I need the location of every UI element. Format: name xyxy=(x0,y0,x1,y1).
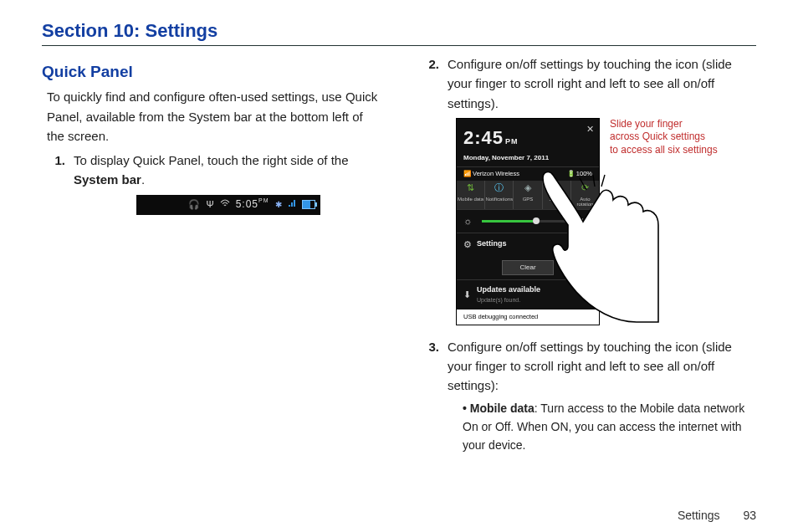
page-footer: Settings 93 xyxy=(678,509,756,522)
usb-row: USB debugging connected xyxy=(457,309,599,325)
figure-annotation: Slide your finger across Quick settings … xyxy=(610,118,718,157)
usb-icon: Ψ xyxy=(206,197,213,212)
step-1-lead: To display Quick Panel, touch the right … xyxy=(74,153,349,167)
step-2-text: Configure on/off settings by touching th… xyxy=(448,57,732,110)
toggle-mobile-data: ⇅Mobile data xyxy=(457,181,485,209)
updates-row: ⬇ Updates availableUpdate(s) found. xyxy=(457,279,599,309)
headphones-icon: 🎧 xyxy=(188,197,200,212)
step-1-text: To display Quick Panel, touch the right … xyxy=(74,151,382,215)
step-1-tail: . xyxy=(141,172,145,187)
brightness-icon: ☼ xyxy=(463,214,477,228)
step-1: 1. To display Quick Panel, touch the rig… xyxy=(42,151,382,215)
left-column: Quick Panel To quickly find and configur… xyxy=(42,54,382,462)
brightness-auto-label: Auto xyxy=(581,217,592,226)
figure-system-bar: 🎧 Ψ 5:05PM ✱ xyxy=(136,195,320,215)
phone-header: ✕ 2:45PM Monday, November 7, 2011 xyxy=(457,119,599,166)
step-1-bold: System bar xyxy=(74,172,141,187)
quick-panel-intro: To quickly find and configure often-used… xyxy=(47,87,382,146)
step-3: 3. Configure on/off settings by touching… xyxy=(416,337,756,455)
page-number: 93 xyxy=(743,509,756,522)
figure-quick-panel: ✕ 2:45PM Monday, November 7, 2011 📶 Veri… xyxy=(456,118,756,325)
footer-section-label: Settings xyxy=(678,509,720,522)
bullet-dot: • xyxy=(463,402,467,415)
section-title: Section 10: Settings xyxy=(42,20,756,46)
step-number: 1. xyxy=(42,151,74,215)
settings-label: Settings xyxy=(477,238,592,250)
updates-label: Updates availableUpdate(s) found. xyxy=(477,284,592,305)
toggle-auto-rotation: ⟳Auto rotation xyxy=(571,181,599,209)
battery-icon xyxy=(302,200,315,209)
toggle-gps: ◈GPS xyxy=(514,181,542,209)
close-icon: ✕ xyxy=(586,122,594,136)
bullet-bold: Mobile data xyxy=(470,402,535,415)
two-column-layout: Quick Panel To quickly find and configur… xyxy=(42,54,756,462)
clear-button: Clear xyxy=(502,260,554,275)
quick-panel-heading: Quick Panel xyxy=(42,59,382,84)
step-2: 2. Configure on/off settings by touching… xyxy=(416,54,756,330)
phone-carrier-row: 📶 Verizon Wireless 🔋 100% xyxy=(457,166,599,181)
toggle-sound: 🔉Sound xyxy=(543,181,571,209)
carrier-label: 📶 Verizon Wireless xyxy=(463,169,519,179)
brightness-row: ☼ Auto xyxy=(457,209,599,233)
download-icon: ⬇ xyxy=(463,288,477,302)
bluetooth-icon: ✱ xyxy=(275,198,282,212)
step-3-text: Configure on/off settings by touching th… xyxy=(448,340,732,393)
system-bar-time: 5:05PM xyxy=(236,197,269,212)
step-number: 2. xyxy=(416,54,448,330)
phone-time: 2:45PM xyxy=(463,124,592,152)
settings-row: ⚙ Settings xyxy=(457,233,599,256)
gear-icon: ⚙ xyxy=(463,238,477,252)
step-3-bullet: • Mobile data: Turn access to the Mobile… xyxy=(448,400,756,454)
signal-icon xyxy=(288,197,296,212)
phone-date: Monday, November 7, 2011 xyxy=(463,153,592,163)
battery-label: 🔋 100% xyxy=(567,169,592,179)
phone-mock: ✕ 2:45PM Monday, November 7, 2011 📶 Veri… xyxy=(456,118,600,325)
wifi-icon xyxy=(220,197,230,212)
step-number: 3. xyxy=(416,337,448,455)
quick-settings-toggles: ⇅Mobile data ⓘNotifications ◈GPS 🔉Sound … xyxy=(457,181,599,209)
brightness-slider xyxy=(482,220,575,223)
right-column: 2. Configure on/off settings by touching… xyxy=(416,54,756,462)
manual-page: Section 10: Settings Quick Panel To quic… xyxy=(0,0,798,532)
toggle-notifications: ⓘNotifications xyxy=(485,181,514,209)
